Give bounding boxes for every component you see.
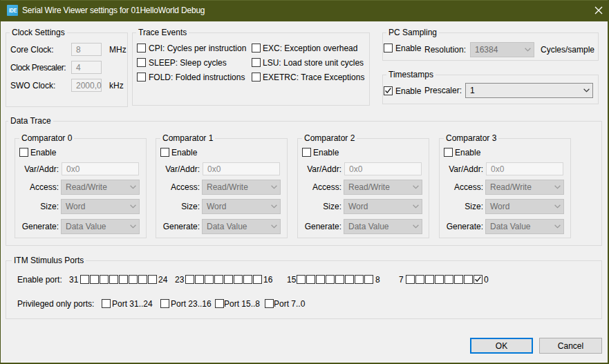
svg-text:IDE: IDE [9,7,17,14]
